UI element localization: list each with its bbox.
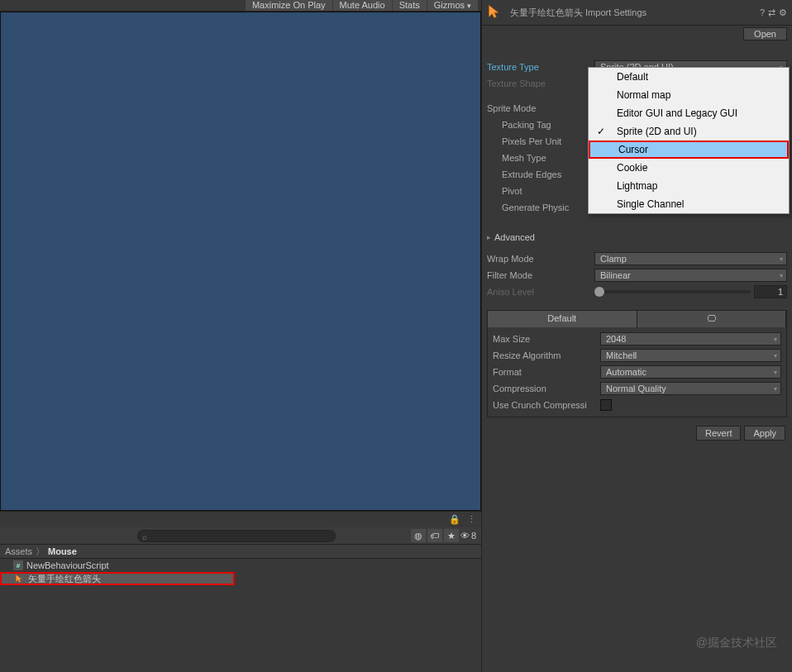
game-viewport bbox=[0, 12, 481, 511]
dd-item-default[interactable]: Default bbox=[589, 68, 789, 86]
gizmos-dropdown[interactable]: Gizmos bbox=[427, 0, 478, 11]
aniso-level-slider[interactable] bbox=[594, 290, 751, 293]
dd-item-single-channel[interactable]: Single Channel bbox=[589, 195, 789, 213]
breadcrumb-root[interactable]: Assets bbox=[5, 546, 32, 556]
mute-audio-button[interactable]: Mute Audio bbox=[333, 0, 392, 11]
dd-item-normal-map[interactable]: Normal map bbox=[589, 86, 789, 104]
revert-button[interactable]: Revert bbox=[696, 426, 741, 441]
hidden-count[interactable]: 👁8 bbox=[460, 531, 476, 541]
arrow-cursor-icon bbox=[15, 574, 25, 584]
crunch-checkbox[interactable] bbox=[600, 399, 612, 411]
texture-type-popup: Default Normal map Editor GUI and Legacy… bbox=[588, 67, 790, 214]
maximize-on-play-button[interactable]: Maximize On Play bbox=[246, 0, 332, 11]
watermark: @掘金技术社区 bbox=[696, 636, 777, 651]
filter-by-type-icon[interactable]: ◍ bbox=[411, 529, 426, 542]
monitor-icon: 🖵 bbox=[707, 313, 716, 323]
aniso-level-input[interactable] bbox=[754, 285, 787, 298]
crunch-label: Use Crunch Compressi bbox=[493, 400, 600, 410]
dd-item-lightmap[interactable]: Lightmap bbox=[589, 177, 789, 195]
inspector-title: 矢量手绘红色箭头 Import Settings bbox=[510, 7, 753, 19]
format-label: Format bbox=[493, 367, 600, 377]
advanced-foldout[interactable]: Advanced bbox=[487, 229, 787, 245]
panel-handle-bar: 🔒 ⋮ bbox=[0, 511, 481, 527]
max-size-label: Max Size bbox=[493, 334, 600, 344]
filter-by-label-icon[interactable]: 🏷 bbox=[427, 529, 442, 542]
texture-type-label: Texture Type bbox=[487, 62, 594, 72]
stats-button[interactable]: Stats bbox=[393, 0, 427, 11]
lock-icon[interactable]: 🔒 bbox=[449, 514, 460, 525]
tab-default[interactable]: Default bbox=[488, 311, 637, 327]
csharp-icon: # bbox=[13, 560, 23, 570]
help-icon[interactable]: ? bbox=[760, 7, 765, 18]
format-dropdown[interactable]: Automatic bbox=[600, 365, 781, 379]
preset-icon[interactable]: ⇄ bbox=[768, 7, 775, 18]
texture-shape-label: Texture Shape bbox=[487, 79, 594, 88]
wrap-mode-dropdown[interactable]: Clamp bbox=[594, 252, 787, 265]
open-button[interactable]: Open bbox=[743, 27, 787, 41]
project-toolbar: ⌕ ◍ 🏷 ★ 👁8 bbox=[0, 527, 481, 544]
search-icon: ⌕ bbox=[142, 532, 147, 541]
project-search-input[interactable]: ⌕ bbox=[137, 530, 336, 542]
resize-algorithm-label: Resize Algorithm bbox=[493, 350, 600, 360]
asset-row[interactable]: # NewBehaviourScript bbox=[0, 559, 481, 572]
dd-item-editor-gui[interactable]: Editor GUI and Legacy GUI bbox=[589, 104, 789, 122]
dd-item-cursor[interactable]: Cursor bbox=[589, 141, 789, 159]
resize-algorithm-dropdown[interactable]: Mitchell bbox=[600, 349, 781, 362]
breadcrumb-sep: 〉 bbox=[36, 546, 45, 558]
asset-label: 矢量手绘红色箭头 bbox=[28, 573, 101, 585]
wrap-mode-label: Wrap Mode bbox=[487, 254, 594, 264]
asset-label: NewBehaviourScript bbox=[26, 560, 109, 570]
asset-thumbnail-icon bbox=[487, 3, 503, 21]
favorite-icon[interactable]: ★ bbox=[444, 529, 459, 542]
hidden-icon: 👁 bbox=[460, 531, 470, 541]
panel-menu-icon[interactable]: ⋮ bbox=[467, 514, 476, 525]
aniso-level-label: Aniso Level bbox=[487, 287, 594, 297]
settings-icon[interactable]: ⚙ bbox=[779, 7, 787, 18]
filter-mode-label: Filter Mode bbox=[487, 270, 594, 280]
asset-list: # NewBehaviourScript 矢量手绘红色箭头 bbox=[0, 559, 481, 672]
dd-item-sprite[interactable]: Sprite (2D and UI) bbox=[589, 122, 789, 141]
asset-row-selected[interactable]: 矢量手绘红色箭头 bbox=[0, 572, 235, 585]
filter-mode-dropdown[interactable]: Bilinear bbox=[594, 269, 787, 282]
breadcrumb-current[interactable]: Mouse bbox=[48, 546, 77, 556]
compression-dropdown[interactable]: Normal Quality bbox=[600, 382, 781, 395]
max-size-dropdown[interactable]: 2048 bbox=[600, 332, 781, 346]
dd-item-cookie[interactable]: Cookie bbox=[589, 159, 789, 177]
sprite-mode-label: Sprite Mode bbox=[487, 103, 594, 113]
tab-standalone[interactable]: 🖵 bbox=[637, 311, 787, 327]
game-toolbar: Maximize On Play Mute Audio Stats Gizmos bbox=[0, 0, 481, 12]
platform-tabs: Default 🖵 Max Size 2048 Resize Algorithm… bbox=[487, 310, 787, 417]
compression-label: Compression bbox=[493, 384, 600, 393]
breadcrumb: Assets 〉 Mouse bbox=[0, 544, 481, 559]
apply-button[interactable]: Apply bbox=[744, 426, 785, 441]
